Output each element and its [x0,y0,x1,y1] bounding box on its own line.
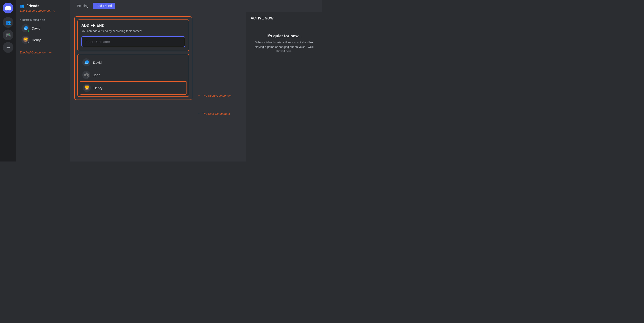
user-component-annotation-text: The User Component [202,112,230,116]
quiet-section: It's quiet for now... When a friend star… [251,34,318,54]
users-component-annotation-text: The Users Component [202,94,232,97]
arrow-down-right-icon: ↘ [52,9,55,13]
user-component-annotation-item: ← The User Component [197,112,244,116]
users-component-box: 🧢 David 🕷️ John 🦁 Henry [77,54,189,97]
friends-nav-icon[interactable]: 👥 [3,17,14,28]
arrow-left-user-icon: ← [197,112,201,116]
user-list-item-david[interactable]: 🧢 David [80,56,187,69]
add-friend-outer-box: ADD FRIEND You can add a friend by searc… [74,16,192,100]
arrow-left-users-icon: ← [197,93,201,98]
logout-icon[interactable]: ↪ [3,42,14,53]
tab-pending[interactable]: Pending [73,3,92,9]
users-component-annotation-item: ← The Users Component [197,93,244,98]
add-component-annotation-wrapper: The Add Component → [16,48,70,58]
friends-panel: ADD FRIEND You can add a friend by searc… [70,12,197,162]
user-avatar-david: 🧢 [82,58,90,66]
dm-name-david: David [32,26,40,30]
avatar-wrapper-david: 🧢 [22,24,30,32]
tab-add-friend[interactable]: Add Friend [93,3,115,9]
dm-name-henry: Henry [32,38,41,42]
sidebar-title: 👥 Friends [20,4,66,8]
user-name-david: David [93,60,102,64]
dm-item-david[interactable]: 🧢 David [18,22,68,34]
status-offline-henry [27,42,30,44]
discord-logo[interactable] [3,3,14,14]
main-content: Pending Add Friend ADD FRIEND You can ad… [70,0,322,162]
right-panel: ACTIVE NOW It's quiet for now... When a … [246,12,322,162]
right-annotations-column: ← The Users Component ← The User Compone… [197,12,246,162]
friends-icon: 👥 [20,4,24,8]
dm-item-henry[interactable]: 🦁 Henry [18,34,68,46]
quiet-title: It's quiet for now... [253,34,315,38]
user-name-john: John [93,73,100,77]
sidebar: 👥 Friends The Search Component ↘ DIRECT … [16,0,70,162]
content-area: ADD FRIEND You can add a friend by searc… [70,12,322,162]
dm-section-header: DIRECT MESSAGES [16,15,70,22]
user-list-item-henry[interactable]: 🦁 Henry [80,81,187,94]
status-online-david [27,30,30,32]
search-component-label: The Search Component [20,9,50,12]
quiet-subtitle: When a friend starts active-now activity… [253,40,315,54]
arrow-right-icon: → [48,50,52,55]
user-avatar-henry: 🦁 [83,84,91,92]
sidebar-header: 👥 Friends The Search Component ↘ [16,0,70,15]
sidebar-title-text: Friends [26,4,39,8]
user-avatar-john: 🕷️ [82,71,90,79]
add-friend-subtitle: You can add a friend by searching their … [82,29,185,33]
add-friend-title: ADD FRIEND [82,24,185,28]
top-nav: Pending Add Friend [70,0,322,12]
add-component-label: The Add Component [20,51,46,54]
icon-rail: 👥 🎮 ↪ [0,0,16,162]
username-input[interactable] [82,36,185,47]
avatar-wrapper-henry: 🦁 [22,36,30,44]
search-component-annotation: The Search Component ↘ [20,9,66,13]
active-now-title: ACTIVE NOW [251,16,318,20]
search-component-box: ADD FRIEND You can add a friend by searc… [77,20,189,51]
user-name-henry: Henry [94,86,102,90]
user-list-item-john[interactable]: 🕷️ John [80,69,187,81]
nitro-icon[interactable]: 🎮 [3,30,14,40]
